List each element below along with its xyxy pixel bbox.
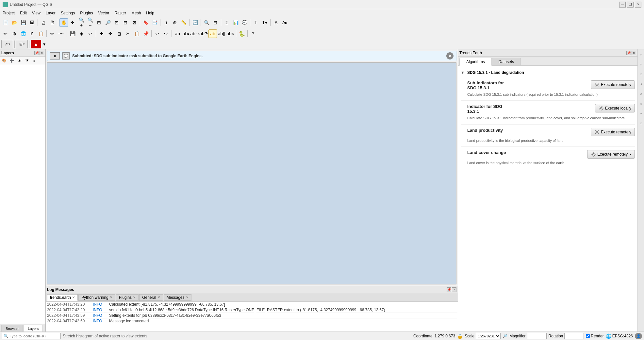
- label-move-btn[interactable]: ab↔: [191, 29, 199, 38]
- paste-feature-btn[interactable]: 📌: [141, 29, 150, 38]
- close-button[interactable]: ✕: [635, 2, 641, 8]
- menu-raster[interactable]: Raster: [112, 9, 129, 17]
- spatial-bookmarks-mgr[interactable]: 📑: [150, 18, 159, 27]
- menu-plugins[interactable]: Plugins: [77, 9, 95, 17]
- digitizing-btn[interactable]: ✏: [1, 29, 10, 38]
- tab-algorithms[interactable]: Algorithms: [459, 58, 492, 66]
- scale-control[interactable]: Scale 1:2679231: [465, 333, 501, 339]
- alert-dropdown-btn[interactable]: ▾: [41, 40, 47, 48]
- add-wms[interactable]: 🌐: [19, 29, 27, 38]
- render-control[interactable]: Render: [586, 334, 603, 338]
- pencil-btn[interactable]: ✏: [48, 29, 57, 38]
- add-vec-layer[interactable]: 📋: [37, 29, 45, 38]
- stat-summary-btn[interactable]: 📊: [231, 18, 240, 27]
- text-anno2-btn[interactable]: T▾: [260, 18, 269, 27]
- alert-btn[interactable]: ▲: [31, 40, 41, 48]
- selection-dropdown[interactable]: ↗▾: [1, 40, 13, 48]
- restore-button[interactable]: ❐: [627, 2, 634, 8]
- map-canvas[interactable]: [47, 62, 456, 284]
- log-tab-plugins[interactable]: Plugins ✕: [116, 294, 139, 301]
- right-panel-controls[interactable]: 📌 ×: [626, 51, 636, 55]
- pause-button[interactable]: ⏸: [50, 52, 60, 60]
- open-project-btn[interactable]: 📂: [10, 18, 19, 27]
- vertex-editor[interactable]: ◈: [77, 29, 86, 38]
- log-tab-trends-earth-close[interactable]: ✕: [72, 296, 75, 299]
- layer-filter-btn[interactable]: ⧩: [23, 58, 30, 64]
- log-panel-pin[interactable]: 📌: [447, 287, 451, 292]
- menu-project[interactable]: Project: [0, 9, 17, 17]
- menu-settings[interactable]: Settings: [58, 9, 77, 17]
- tab-datasets[interactable]: Datasets: [492, 58, 521, 65]
- menu-edit[interactable]: Edit: [17, 9, 29, 17]
- right-panel-pin[interactable]: 📌: [626, 51, 631, 55]
- refresh-btn[interactable]: 🔄: [191, 18, 199, 27]
- save-layer-btn[interactable]: 💾: [68, 29, 77, 38]
- label-align-btn[interactable]: ab‖: [217, 29, 226, 38]
- locator-search[interactable]: 🔍: [2, 333, 61, 339]
- menu-mesh[interactable]: Mesh: [129, 9, 143, 17]
- pan-to-selection-btn[interactable]: ✥: [68, 18, 77, 27]
- log-tab-trends-earth[interactable]: trends.earth ✕: [47, 294, 78, 301]
- magnifier-control[interactable]: Magnifier 100%: [509, 333, 546, 339]
- layer-visibility-btn[interactable]: 👁: [16, 58, 23, 64]
- menu-help[interactable]: Help: [143, 9, 157, 17]
- right-panel-close[interactable]: ×: [632, 51, 636, 55]
- zoom-rubber-band-btn[interactable]: ⊞: [95, 18, 103, 27]
- exec-remotely-btn-3[interactable]: Execute remotely ▾: [587, 150, 635, 159]
- zoom-full-btn[interactable]: 🔎: [104, 18, 112, 27]
- layers-panel-pin[interactable]: 📌: [34, 51, 39, 55]
- crs-control[interactable]: 🌐 EPSG:4326: [606, 333, 633, 339]
- log-tab-general[interactable]: General ✕: [139, 294, 163, 301]
- label-unplace-btn[interactable]: ab×: [226, 29, 235, 38]
- text-anno-btn[interactable]: T: [252, 18, 260, 27]
- exec-remotely-btn-0[interactable]: Execute remotely: [591, 80, 635, 89]
- save-project-btn[interactable]: 💾: [19, 18, 27, 27]
- layer-style-btn[interactable]: 🎨: [1, 58, 8, 64]
- chat-button[interactable]: 💬: [62, 52, 70, 60]
- layers-panel-close[interactable]: ×: [40, 51, 44, 55]
- identify-btn[interactable]: ℹ: [162, 18, 170, 27]
- log-tab-messages[interactable]: Messages ✕: [164, 294, 191, 301]
- move-feature-btn[interactable]: ✥: [106, 29, 115, 38]
- status-user-btn[interactable]: 👤: [635, 333, 642, 339]
- annot-btn[interactable]: 💬: [240, 18, 249, 27]
- menu-vector[interactable]: Vector: [96, 9, 112, 17]
- add-layer-group[interactable]: ⊕: [10, 29, 19, 38]
- search-input[interactable]: [10, 334, 59, 338]
- browser-tab[interactable]: Browser: [1, 325, 23, 332]
- redo-btn[interactable]: ↪: [162, 29, 170, 38]
- label-toolbar2-btn[interactable]: A▸: [281, 18, 289, 27]
- zoom-in-btn[interactable]: 🔍+: [77, 18, 86, 27]
- exec-remotely-btn-2[interactable]: Execute remotely: [591, 128, 635, 136]
- menu-view[interactable]: View: [29, 9, 43, 17]
- log-tab-plugins-close[interactable]: ✕: [133, 296, 136, 299]
- zoom-out-btn[interactable]: 🔍−: [86, 18, 94, 27]
- zoom-native-btn[interactable]: ⊠: [130, 18, 139, 27]
- label-layer-btn[interactable]: ab: [173, 29, 182, 38]
- delete-selected-btn[interactable]: 🗑: [115, 29, 124, 38]
- window-controls[interactable]: — ❐ ✕: [619, 2, 641, 8]
- new-spatial-bookmark[interactable]: 🔖: [141, 18, 150, 27]
- undo-btn[interactable]: ↩: [153, 29, 161, 38]
- open-field-calc[interactable]: 🗓: [28, 29, 36, 38]
- log-tab-general-close[interactable]: ✕: [157, 296, 160, 299]
- label-toolbar-btn[interactable]: A: [272, 18, 280, 27]
- node-tool-btn[interactable]: 〰: [57, 29, 65, 38]
- layer-add-btn[interactable]: ➕: [8, 58, 15, 64]
- log-tab-python-warning[interactable]: Python warning ✕: [78, 294, 115, 301]
- add-feature-btn[interactable]: ✚: [97, 29, 106, 38]
- print-layout-btn[interactable]: 🖨: [39, 18, 48, 27]
- log-tab-python-warning-close[interactable]: ✕: [110, 296, 112, 299]
- layers-panel-controls[interactable]: 📌 ×: [34, 51, 44, 55]
- render-checkbox[interactable]: [586, 334, 590, 338]
- log-panel-controls[interactable]: 📌 ×: [447, 287, 456, 292]
- sdg-section-header[interactable]: ▼ SDG 15.3.1 - Land degradation: [461, 68, 635, 77]
- print-btn[interactable]: 🖹: [48, 18, 57, 27]
- save-as-btn[interactable]: 🖫: [28, 18, 36, 27]
- label-change-btn[interactable]: ab: [208, 29, 217, 38]
- python-console-btn[interactable]: 🐍: [238, 29, 246, 38]
- magnifier-input[interactable]: 100%: [527, 333, 547, 339]
- label-pin-btn[interactable]: ab▸: [182, 29, 190, 38]
- menu-layer[interactable]: Layer: [43, 9, 58, 17]
- layer-more-btn[interactable]: »: [31, 58, 38, 64]
